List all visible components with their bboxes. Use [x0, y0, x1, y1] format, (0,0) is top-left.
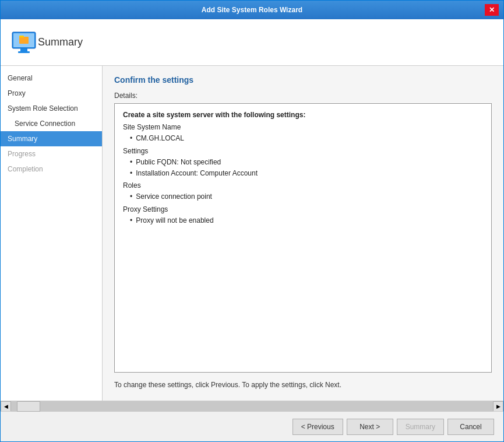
sidebar-item-system-role-selection[interactable]: System Role Selection: [1, 101, 102, 116]
close-button[interactable]: ✕: [485, 4, 499, 16]
settings-label: Settings: [123, 146, 483, 157]
roles-label: Roles: [123, 180, 483, 191]
sidebar-item-general[interactable]: General: [1, 71, 102, 86]
proxy-settings-item-0: Proxy will not be enabled: [123, 215, 483, 226]
svg-rect-5: [19, 36, 24, 37]
footer-text: To change these settings, click Previous…: [114, 378, 492, 391]
sidebar-item-progress: Progress: [1, 146, 102, 162]
roles-item-0: Service connection point: [123, 191, 483, 202]
svg-rect-4: [19, 37, 29, 44]
site-system-name-label: Site System Name: [123, 122, 483, 133]
site-system-name-value: CM.GH.LOCAL: [123, 133, 483, 144]
scroll-track[interactable]: [11, 401, 493, 412]
next-button[interactable]: Next >: [347, 419, 393, 435]
scroll-left-button[interactable]: ◀: [1, 401, 11, 412]
scroll-thumb[interactable]: [17, 401, 40, 412]
sidebar-item-summary[interactable]: Summary: [1, 131, 102, 146]
header-title: Summary: [38, 36, 83, 48]
main-window: Add Site System Roles Wizard ✕ Summary G…: [0, 0, 504, 442]
header-area: Summary: [1, 19, 503, 66]
settings-item-0: Public FQDN: Not specified: [123, 157, 483, 168]
content-heading: Confirm the settings: [114, 75, 492, 85]
details-bold-line: Create a site system server with the fol…: [123, 110, 483, 121]
sidebar: General Proxy System Role Selection Serv…: [1, 66, 103, 401]
details-box: Create a site system server with the fol…: [114, 103, 492, 373]
window-title: Add Site System Roles Wizard: [19, 6, 485, 14]
content-area: Confirm the settings Details: Create a s…: [103, 66, 503, 401]
proxy-settings-label: Proxy Settings: [123, 204, 483, 215]
header-icon: [10, 29, 38, 57]
title-bar: Add Site System Roles Wizard ✕: [1, 1, 503, 19]
sidebar-item-service-connection[interactable]: Service Connection: [1, 116, 102, 131]
settings-item-1: Installation Account: Computer Account: [123, 168, 483, 179]
sidebar-item-completion: Completion: [1, 162, 102, 177]
previous-button[interactable]: < Previous: [292, 419, 343, 435]
details-label: Details:: [114, 92, 492, 100]
scrollbar-area: ◀ ▶: [1, 401, 503, 411]
svg-rect-2: [20, 48, 27, 51]
main-area: General Proxy System Role Selection Serv…: [1, 66, 503, 401]
svg-rect-3: [18, 51, 30, 53]
cancel-button[interactable]: Cancel: [447, 419, 494, 435]
bottom-bar: < Previous Next > Summary Cancel: [1, 411, 503, 441]
sidebar-item-proxy[interactable]: Proxy: [1, 86, 102, 101]
summary-button[interactable]: Summary: [397, 419, 444, 435]
scroll-right-button[interactable]: ▶: [493, 401, 503, 412]
